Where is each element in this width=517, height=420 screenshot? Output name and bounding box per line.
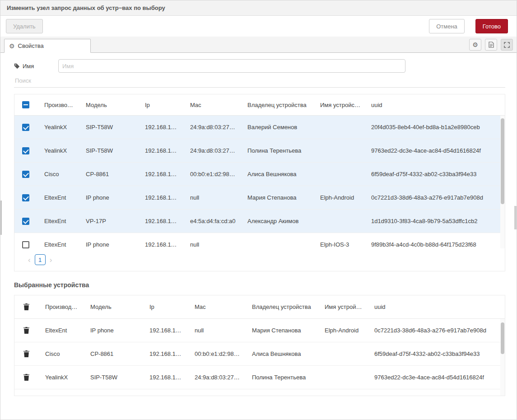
table-row: EltexEnt IP phone 192.168.11… null Мария… — [14, 319, 505, 342]
cell-model: IP phone — [79, 241, 138, 248]
table-row[interactable]: YealinkX SIP-T58W 192.168.11… 24:9a:d8:0… — [14, 139, 505, 163]
cell-uuid: 9763ed22-dc3e-4ace-ac84-d54d1616824f — [367, 374, 505, 381]
panel-scrollbar-right[interactable] — [514, 206, 517, 229]
cell-ip: 192.168.11… — [138, 218, 183, 224]
delete-button[interactable]: Удалить — [6, 19, 43, 33]
cell-uuid: 6f59deaf-d75f-4332-ab02-c33ba3f94e33 — [364, 171, 505, 177]
tab-actions: ⚙ — [469, 39, 513, 51]
cell-owner: Алиса Вешнякова — [240, 171, 313, 177]
cell-uuid: 6f59deaf-d75f-4332-ab02-c33ba3f94e33 — [367, 350, 505, 357]
search-row — [14, 76, 505, 88]
selected-table-header: Производит… Модель Ip Mac Владелец устро… — [14, 295, 505, 319]
cell-ip: 192.168.11… — [142, 327, 187, 334]
cell-vendor: Cisco — [38, 350, 83, 357]
scrollbar-thumb[interactable] — [501, 118, 504, 204]
cell-model: SIP-T58W — [79, 124, 138, 131]
pagination-prev[interactable]: ‹ — [28, 256, 31, 264]
expand-icon — [504, 42, 510, 48]
cell-ip: 192.168.11… — [142, 374, 187, 381]
delete-row-button[interactable] — [23, 350, 29, 357]
gear-icon: ⚙ — [9, 43, 15, 49]
done-button[interactable]: Готово — [475, 19, 508, 33]
cell-owner: Александр Акимов — [240, 218, 313, 224]
column-header-uuid: uuid — [364, 102, 505, 108]
cell-mac: null — [187, 327, 245, 334]
row-checkbox[interactable] — [22, 147, 29, 154]
tag-icon — [14, 63, 20, 69]
cell-mac: 24:9a:d8:03:27:79 — [183, 147, 240, 154]
cell-mac: null — [183, 194, 240, 201]
trash-icon — [23, 374, 29, 381]
table-row[interactable]: YealinkX SIP-T58W 192.168.11… 24:9a:d8:0… — [14, 116, 505, 139]
tab-properties[interactable]: ⚙ Свойства — [4, 39, 91, 53]
devices-table: Производит… Модель Ip Mac Владелец устро… — [14, 94, 505, 271]
tab-properties-label: Свойства — [18, 42, 44, 49]
description-button[interactable] — [485, 39, 497, 51]
name-field-row: Имя — [14, 59, 505, 73]
cell-vendor: EltexEnt — [37, 194, 79, 201]
pagination-page[interactable]: 1 — [35, 254, 46, 265]
delete-row-button[interactable] — [23, 374, 29, 381]
cell-ip: 192.168.11… — [142, 350, 187, 357]
table-row[interactable]: Cisco CP-8861 192.168.11… 00:b0:e1:d2:98… — [14, 163, 505, 186]
panel-scrollbar-left[interactable] — [0, 201, 2, 235]
trash-icon — [23, 350, 29, 357]
name-field-label-wrap: Имя — [14, 63, 58, 70]
settings-button[interactable]: ⚙ — [469, 39, 481, 51]
row-checkbox[interactable] — [22, 171, 29, 178]
delete-row-button[interactable] — [23, 327, 29, 334]
cancel-button[interactable]: Отмена — [429, 19, 465, 33]
column-header-owner: Владелец устройства — [240, 102, 313, 108]
table-row: YealinkX SIP-T58W 192.168.11… 24:9a:d8:0… — [14, 366, 505, 389]
cell-mac: 24:9a:d8:03:27:79 — [187, 374, 245, 381]
column-header-device-name: Имя устройства — [313, 102, 364, 108]
cell-vendor: Cisco — [37, 171, 79, 177]
table-row: Cisco CP-8861 192.168.11… 00:b0:e1:d2:98… — [14, 342, 505, 366]
dialog-title: Изменить узел запрос данных об устр−вах … — [7, 5, 165, 11]
selected-devices-table: Производит… Модель Ip Mac Владелец устро… — [14, 295, 505, 396]
cell-uuid: 0c7221d3-38d6-48a3-a276-e917ab7e908d — [364, 194, 505, 201]
cell-mac: 00:b0:e1:d2:98:79 — [187, 350, 245, 357]
cell-ip: 192.168.11… — [138, 241, 183, 248]
selected-devices-title: Выбранные устройства — [14, 281, 505, 289]
row-checkbox[interactable] — [22, 241, 29, 248]
row-checkbox[interactable] — [22, 124, 29, 131]
expand-button[interactable] — [501, 39, 513, 51]
cell-device-name: Elph-Android — [317, 327, 367, 334]
cell-vendor: YealinkX — [38, 374, 83, 381]
column-header-device-name: Имя устройства — [317, 303, 367, 310]
cell-model: IP phone — [79, 194, 138, 201]
column-header-vendor: Производит… — [37, 102, 79, 108]
cell-owner: Мария Степанова — [245, 327, 317, 334]
table-row[interactable]: EltexEnt VP-17P 192.168.11… e4:5a:d4:fa:… — [14, 210, 505, 233]
pagination: ‹ 1 › — [14, 248, 505, 271]
selected-table-body: EltexEnt IP phone 192.168.11… null Мария… — [14, 319, 505, 396]
row-checkbox[interactable] — [22, 218, 29, 225]
table-row[interactable]: EltexEnt IP phone 192.168.11… null Elph-… — [14, 233, 505, 248]
cell-owner: Полина Терентьева — [240, 147, 313, 154]
devices-table-header: Производит… Модель Ip Mac Владелец устро… — [14, 94, 505, 116]
name-input[interactable] — [58, 59, 405, 73]
column-header-owner: Владелец устройства — [245, 303, 317, 310]
column-header-vendor: Производит… — [38, 303, 83, 310]
select-all-checkbox[interactable] — [22, 101, 29, 108]
pagination-next[interactable]: › — [50, 256, 52, 264]
cell-vendor: EltexEnt — [37, 241, 79, 248]
scrollbar-track — [500, 319, 505, 396]
document-icon — [489, 42, 494, 48]
search-input[interactable] — [14, 76, 505, 85]
cell-mac: 24:9a:d8:03:27:10 — [183, 124, 240, 131]
column-header-mac: Mac — [183, 102, 240, 108]
cell-uuid: 1d1d9310-3f83-4ca8-9b79-5a53dffc1cb2 — [364, 218, 505, 224]
cell-model: VP-17P — [79, 218, 138, 224]
column-header-model: Модель — [83, 303, 142, 310]
delete-all-button[interactable] — [23, 303, 29, 310]
cell-owner: Мария Степанова — [240, 194, 313, 201]
trash-icon — [23, 303, 29, 310]
scrollbar-thumb[interactable] — [501, 322, 504, 354]
table-row[interactable]: EltexEnt IP phone 192.168.11… null Мария… — [14, 186, 505, 210]
row-checkbox[interactable] — [22, 194, 29, 201]
tab-bar: ⚙ Свойства ⚙ — [0, 37, 517, 53]
cell-model: IP phone — [83, 327, 142, 334]
cell-ip: 192.168.11… — [138, 171, 183, 177]
